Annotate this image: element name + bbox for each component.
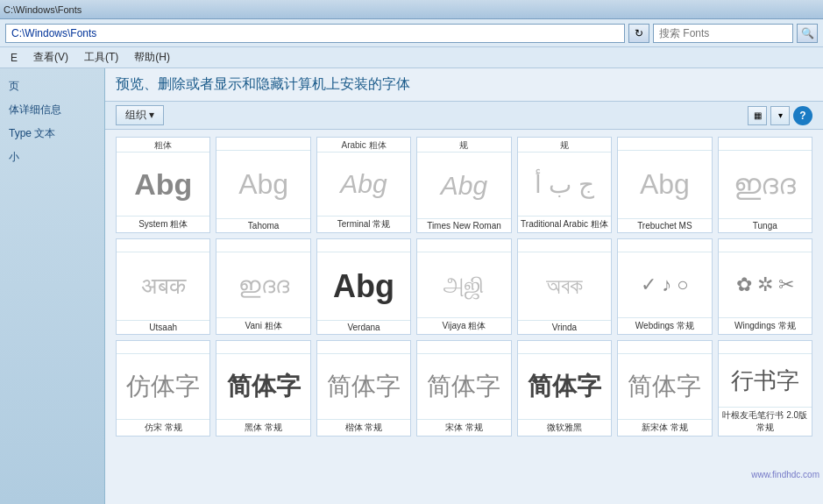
font-name-label: System 粗体 bbox=[117, 217, 209, 232]
help-button[interactable]: ? bbox=[793, 106, 812, 125]
font-card[interactable]: AbgVerdana bbox=[316, 238, 411, 335]
font-preview: ഇദദ bbox=[734, 168, 796, 201]
sidebar-item-size[interactable]: 小 bbox=[0, 146, 104, 168]
font-name-label: Times New Roman bbox=[417, 219, 510, 232]
fonts-grid: 粗体AbgSystem 粗体AbgTahomaArabic 粗体AbgTermi… bbox=[105, 130, 823, 504]
font-preview: अबक bbox=[141, 273, 186, 300]
font-card[interactable]: 仿体字仿宋 常规 bbox=[116, 340, 210, 437]
font-card[interactable]: Arabic 粗体AbgTerminal 常规 bbox=[316, 137, 411, 233]
font-top-label bbox=[719, 138, 812, 150]
font-preview: அஜி bbox=[443, 272, 485, 299]
font-name-label: Wingdings 常规 bbox=[719, 318, 812, 334]
font-top-label: Arabic 粗体 bbox=[317, 138, 410, 152]
title-bar-text: C:\Windows\Fonts bbox=[4, 4, 82, 15]
font-preview: Abg bbox=[238, 168, 288, 201]
font-name-label: Tunga bbox=[719, 219, 812, 232]
font-top-label bbox=[518, 341, 611, 353]
font-grid-inner: 粗体AbgSystem 粗体AbgTahomaArabic 粗体AbgTermi… bbox=[116, 137, 812, 437]
font-name-label: 微软雅黑 bbox=[518, 420, 611, 436]
address-input[interactable] bbox=[5, 24, 625, 43]
font-top-label bbox=[317, 341, 410, 353]
font-card[interactable]: 简体字新宋体 常规 bbox=[617, 340, 712, 437]
font-name-label: Webdings 常规 bbox=[618, 318, 711, 334]
font-top-label bbox=[518, 239, 611, 252]
font-name-label: 新宋体 常规 bbox=[618, 420, 711, 436]
menu-bar: E 查看(V) 工具(T) 帮助(H) bbox=[0, 47, 823, 68]
font-card[interactable]: 简体字微软雅黑 bbox=[517, 340, 612, 437]
font-card[interactable]: 简体字黑体 常规 bbox=[216, 340, 310, 437]
title-bar: C:\Windows\Fonts bbox=[0, 0, 823, 19]
font-name-label: Verdana bbox=[317, 321, 410, 334]
font-card[interactable]: অবকVrinda bbox=[517, 238, 612, 335]
sidebar-item-page[interactable]: 页 bbox=[0, 75, 104, 97]
font-card[interactable]: 简体字宋体 常规 bbox=[416, 340, 511, 437]
font-name-label: 叶根友毛笔行书 2.0版 常规 bbox=[719, 408, 812, 436]
address-bar: ↻ 🔍 bbox=[0, 19, 823, 47]
font-preview: ج ب أ bbox=[535, 170, 594, 199]
font-top-label bbox=[216, 138, 309, 150]
font-name-label: Trebuchet MS bbox=[618, 219, 711, 232]
font-card[interactable]: 规ج ب أTraditional Arabic 粗体 bbox=[517, 137, 612, 233]
refresh-button[interactable]: ↻ bbox=[628, 24, 649, 43]
main-layout: 页 体详细信息 Type 文本 小 预览、删除或者显示和隐藏计算机上安装的字体 … bbox=[0, 68, 823, 504]
menu-item-view[interactable]: 查看(V) bbox=[26, 48, 75, 67]
toolbar: 组织 ▾ ▦ ▾ ? bbox=[105, 102, 823, 130]
font-card[interactable]: ✓ ♪ ○Webdings 常规 bbox=[617, 238, 712, 335]
font-card[interactable]: 规AbgTimes New Roman bbox=[416, 137, 511, 233]
search-input[interactable] bbox=[653, 24, 793, 43]
font-card[interactable]: ✿ ✲ ✂Wingdings 常规 bbox=[718, 238, 812, 335]
search-icon-btn[interactable]: 🔍 bbox=[797, 24, 818, 43]
organize-button[interactable]: 组织 ▾ bbox=[116, 105, 164, 125]
font-name-label: Utsaah bbox=[117, 321, 209, 334]
dropdown-arrow[interactable]: ▾ bbox=[770, 106, 790, 125]
font-card[interactable]: 粗体AbgSystem 粗体 bbox=[116, 137, 210, 233]
font-preview: ✿ ✲ ✂ bbox=[736, 273, 794, 296]
font-card[interactable]: ഇദദTunga bbox=[718, 137, 812, 233]
font-top-label bbox=[117, 341, 209, 353]
sidebar: 页 体详细信息 Type 文本 小 bbox=[0, 68, 105, 504]
font-preview: Abg bbox=[640, 168, 690, 201]
font-top-label bbox=[719, 239, 812, 252]
content-header: 预览、删除或者显示和隐藏计算机上安装的字体 bbox=[105, 68, 823, 102]
font-card[interactable]: AbgTrebuchet MS bbox=[617, 137, 712, 233]
font-name-label: Tahoma bbox=[216, 219, 309, 232]
font-name-label: Vijaya 粗体 bbox=[417, 318, 510, 334]
font-card[interactable]: அஜிVijaya 粗体 bbox=[416, 238, 511, 335]
font-top-label: 规 bbox=[417, 138, 510, 152]
font-name-label: Vani 粗体 bbox=[216, 318, 309, 334]
font-card[interactable]: AbgTahoma bbox=[216, 137, 310, 233]
content-area: 预览、删除或者显示和隐藏计算机上安装的字体 组织 ▾ ▦ ▾ ? 粗体AbgSy… bbox=[105, 68, 823, 504]
font-preview: Abg bbox=[340, 169, 387, 199]
sidebar-item-type[interactable]: Type 文本 bbox=[0, 123, 104, 145]
font-name-label: 黑体 常规 bbox=[216, 420, 309, 436]
menu-item-tools[interactable]: 工具(T) bbox=[77, 48, 125, 67]
font-top-label bbox=[417, 239, 510, 252]
font-top-label bbox=[618, 341, 711, 353]
font-top-label bbox=[317, 239, 410, 252]
font-top-label bbox=[417, 341, 510, 353]
font-preview: Abg bbox=[441, 171, 487, 201]
view-button[interactable]: ▦ bbox=[748, 106, 767, 125]
font-preview: অবক bbox=[546, 273, 583, 300]
font-name-label: Terminal 常规 bbox=[317, 217, 410, 232]
font-preview: Abg bbox=[134, 167, 192, 202]
font-preview: ✓ ♪ ○ bbox=[641, 273, 689, 296]
menu-item-help[interactable]: 帮助(H) bbox=[127, 48, 177, 67]
font-top-label bbox=[216, 239, 309, 252]
font-top-label: 粗体 bbox=[117, 138, 209, 152]
font-card[interactable]: 行书字叶根友毛笔行书 2.0版 常规 bbox=[718, 340, 812, 437]
font-preview: 简体字 bbox=[227, 370, 301, 403]
font-preview: 仿体字 bbox=[126, 370, 200, 403]
font-card[interactable]: अबकUtsaah bbox=[116, 238, 210, 335]
sidebar-item-detail[interactable]: 体详细信息 bbox=[0, 99, 104, 121]
font-card[interactable]: ഇദദVani 粗体 bbox=[216, 238, 310, 335]
font-name-label: 仿宋 常规 bbox=[117, 420, 209, 436]
font-preview: 简体字 bbox=[628, 370, 701, 403]
font-preview: 行书字 bbox=[731, 366, 799, 396]
font-top-label bbox=[216, 341, 309, 353]
page-title: 预览、删除或者显示和隐藏计算机上安装的字体 bbox=[116, 75, 812, 94]
font-card[interactable]: 简体字楷体 常规 bbox=[316, 340, 411, 437]
menu-item-e[interactable]: E bbox=[4, 50, 25, 66]
font-preview: 简体字 bbox=[327, 370, 401, 403]
font-top-label bbox=[618, 239, 711, 252]
